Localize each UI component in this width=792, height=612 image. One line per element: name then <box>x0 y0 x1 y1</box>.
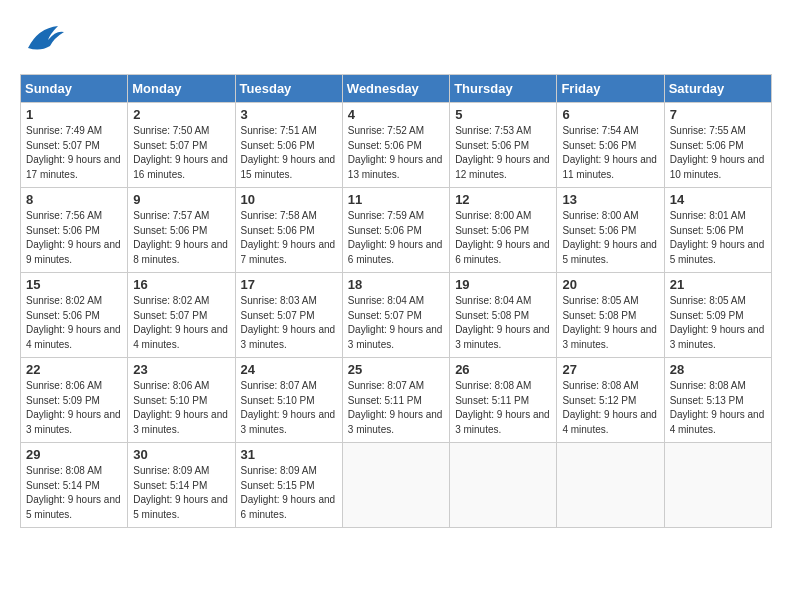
day-info-12: Sunrise: 8:00 AMSunset: 5:06 PMDaylight:… <box>455 209 551 267</box>
day-number-8: 8 <box>26 192 122 207</box>
day-number-23: 23 <box>133 362 229 377</box>
day-info-1: Sunrise: 7:49 AMSunset: 5:07 PMDaylight:… <box>26 124 122 182</box>
logo <box>20 20 72 64</box>
week-row-1: 1Sunrise: 7:49 AMSunset: 5:07 PMDaylight… <box>21 103 772 188</box>
day-cell-2: 2Sunrise: 7:50 AMSunset: 5:07 PMDaylight… <box>128 103 235 188</box>
header-saturday: Saturday <box>664 75 771 103</box>
day-cell-22: 22Sunrise: 8:06 AMSunset: 5:09 PMDayligh… <box>21 358 128 443</box>
week-row-4: 22Sunrise: 8:06 AMSunset: 5:09 PMDayligh… <box>21 358 772 443</box>
day-cell-8: 8Sunrise: 7:56 AMSunset: 5:06 PMDaylight… <box>21 188 128 273</box>
day-cell-15: 15Sunrise: 8:02 AMSunset: 5:06 PMDayligh… <box>21 273 128 358</box>
week-row-2: 8Sunrise: 7:56 AMSunset: 5:06 PMDaylight… <box>21 188 772 273</box>
day-number-26: 26 <box>455 362 551 377</box>
day-cell-10: 10Sunrise: 7:58 AMSunset: 5:06 PMDayligh… <box>235 188 342 273</box>
day-info-20: Sunrise: 8:05 AMSunset: 5:08 PMDaylight:… <box>562 294 658 352</box>
day-info-29: Sunrise: 8:08 AMSunset: 5:14 PMDaylight:… <box>26 464 122 522</box>
header-tuesday: Tuesday <box>235 75 342 103</box>
empty-cell <box>342 443 449 528</box>
day-cell-9: 9Sunrise: 7:57 AMSunset: 5:06 PMDaylight… <box>128 188 235 273</box>
header-thursday: Thursday <box>450 75 557 103</box>
day-info-30: Sunrise: 8:09 AMSunset: 5:14 PMDaylight:… <box>133 464 229 522</box>
day-cell-5: 5Sunrise: 7:53 AMSunset: 5:06 PMDaylight… <box>450 103 557 188</box>
empty-cell <box>450 443 557 528</box>
day-cell-16: 16Sunrise: 8:02 AMSunset: 5:07 PMDayligh… <box>128 273 235 358</box>
day-cell-13: 13Sunrise: 8:00 AMSunset: 5:06 PMDayligh… <box>557 188 664 273</box>
day-number-13: 13 <box>562 192 658 207</box>
day-cell-3: 3Sunrise: 7:51 AMSunset: 5:06 PMDaylight… <box>235 103 342 188</box>
day-cell-17: 17Sunrise: 8:03 AMSunset: 5:07 PMDayligh… <box>235 273 342 358</box>
day-number-20: 20 <box>562 277 658 292</box>
week-row-3: 15Sunrise: 8:02 AMSunset: 5:06 PMDayligh… <box>21 273 772 358</box>
day-cell-6: 6Sunrise: 7:54 AMSunset: 5:06 PMDaylight… <box>557 103 664 188</box>
day-cell-12: 12Sunrise: 8:00 AMSunset: 5:06 PMDayligh… <box>450 188 557 273</box>
day-number-24: 24 <box>241 362 337 377</box>
day-cell-30: 30Sunrise: 8:09 AMSunset: 5:14 PMDayligh… <box>128 443 235 528</box>
day-info-18: Sunrise: 8:04 AMSunset: 5:07 PMDaylight:… <box>348 294 444 352</box>
day-cell-20: 20Sunrise: 8:05 AMSunset: 5:08 PMDayligh… <box>557 273 664 358</box>
day-number-17: 17 <box>241 277 337 292</box>
day-number-1: 1 <box>26 107 122 122</box>
day-info-23: Sunrise: 8:06 AMSunset: 5:10 PMDaylight:… <box>133 379 229 437</box>
day-info-14: Sunrise: 8:01 AMSunset: 5:06 PMDaylight:… <box>670 209 766 267</box>
day-number-4: 4 <box>348 107 444 122</box>
day-number-29: 29 <box>26 447 122 462</box>
day-number-30: 30 <box>133 447 229 462</box>
day-info-21: Sunrise: 8:05 AMSunset: 5:09 PMDaylight:… <box>670 294 766 352</box>
day-cell-23: 23Sunrise: 8:06 AMSunset: 5:10 PMDayligh… <box>128 358 235 443</box>
day-number-19: 19 <box>455 277 551 292</box>
day-number-15: 15 <box>26 277 122 292</box>
day-number-6: 6 <box>562 107 658 122</box>
header-monday: Monday <box>128 75 235 103</box>
day-cell-26: 26Sunrise: 8:08 AMSunset: 5:11 PMDayligh… <box>450 358 557 443</box>
calendar-header-row: SundayMondayTuesdayWednesdayThursdayFrid… <box>21 75 772 103</box>
day-number-3: 3 <box>241 107 337 122</box>
day-cell-27: 27Sunrise: 8:08 AMSunset: 5:12 PMDayligh… <box>557 358 664 443</box>
day-info-4: Sunrise: 7:52 AMSunset: 5:06 PMDaylight:… <box>348 124 444 182</box>
day-cell-18: 18Sunrise: 8:04 AMSunset: 5:07 PMDayligh… <box>342 273 449 358</box>
day-cell-24: 24Sunrise: 8:07 AMSunset: 5:10 PMDayligh… <box>235 358 342 443</box>
header-friday: Friday <box>557 75 664 103</box>
page-header <box>20 20 772 64</box>
day-info-6: Sunrise: 7:54 AMSunset: 5:06 PMDaylight:… <box>562 124 658 182</box>
day-number-22: 22 <box>26 362 122 377</box>
day-number-9: 9 <box>133 192 229 207</box>
day-cell-1: 1Sunrise: 7:49 AMSunset: 5:07 PMDaylight… <box>21 103 128 188</box>
day-info-16: Sunrise: 8:02 AMSunset: 5:07 PMDaylight:… <box>133 294 229 352</box>
header-wednesday: Wednesday <box>342 75 449 103</box>
day-cell-4: 4Sunrise: 7:52 AMSunset: 5:06 PMDaylight… <box>342 103 449 188</box>
day-number-12: 12 <box>455 192 551 207</box>
day-cell-25: 25Sunrise: 8:07 AMSunset: 5:11 PMDayligh… <box>342 358 449 443</box>
day-cell-21: 21Sunrise: 8:05 AMSunset: 5:09 PMDayligh… <box>664 273 771 358</box>
logo-bird-icon <box>20 20 68 64</box>
day-info-19: Sunrise: 8:04 AMSunset: 5:08 PMDaylight:… <box>455 294 551 352</box>
day-number-7: 7 <box>670 107 766 122</box>
day-cell-28: 28Sunrise: 8:08 AMSunset: 5:13 PMDayligh… <box>664 358 771 443</box>
day-info-22: Sunrise: 8:06 AMSunset: 5:09 PMDaylight:… <box>26 379 122 437</box>
day-number-10: 10 <box>241 192 337 207</box>
day-info-11: Sunrise: 7:59 AMSunset: 5:06 PMDaylight:… <box>348 209 444 267</box>
day-number-14: 14 <box>670 192 766 207</box>
empty-cell <box>557 443 664 528</box>
week-row-5: 29Sunrise: 8:08 AMSunset: 5:14 PMDayligh… <box>21 443 772 528</box>
day-number-28: 28 <box>670 362 766 377</box>
day-info-10: Sunrise: 7:58 AMSunset: 5:06 PMDaylight:… <box>241 209 337 267</box>
day-info-25: Sunrise: 8:07 AMSunset: 5:11 PMDaylight:… <box>348 379 444 437</box>
day-info-31: Sunrise: 8:09 AMSunset: 5:15 PMDaylight:… <box>241 464 337 522</box>
day-info-15: Sunrise: 8:02 AMSunset: 5:06 PMDaylight:… <box>26 294 122 352</box>
day-info-28: Sunrise: 8:08 AMSunset: 5:13 PMDaylight:… <box>670 379 766 437</box>
day-info-26: Sunrise: 8:08 AMSunset: 5:11 PMDaylight:… <box>455 379 551 437</box>
day-number-27: 27 <box>562 362 658 377</box>
day-cell-29: 29Sunrise: 8:08 AMSunset: 5:14 PMDayligh… <box>21 443 128 528</box>
day-number-31: 31 <box>241 447 337 462</box>
day-info-8: Sunrise: 7:56 AMSunset: 5:06 PMDaylight:… <box>26 209 122 267</box>
day-number-2: 2 <box>133 107 229 122</box>
day-cell-11: 11Sunrise: 7:59 AMSunset: 5:06 PMDayligh… <box>342 188 449 273</box>
day-number-21: 21 <box>670 277 766 292</box>
day-cell-19: 19Sunrise: 8:04 AMSunset: 5:08 PMDayligh… <box>450 273 557 358</box>
day-number-25: 25 <box>348 362 444 377</box>
day-cell-7: 7Sunrise: 7:55 AMSunset: 5:06 PMDaylight… <box>664 103 771 188</box>
empty-cell <box>664 443 771 528</box>
day-info-7: Sunrise: 7:55 AMSunset: 5:06 PMDaylight:… <box>670 124 766 182</box>
day-info-3: Sunrise: 7:51 AMSunset: 5:06 PMDaylight:… <box>241 124 337 182</box>
day-number-18: 18 <box>348 277 444 292</box>
